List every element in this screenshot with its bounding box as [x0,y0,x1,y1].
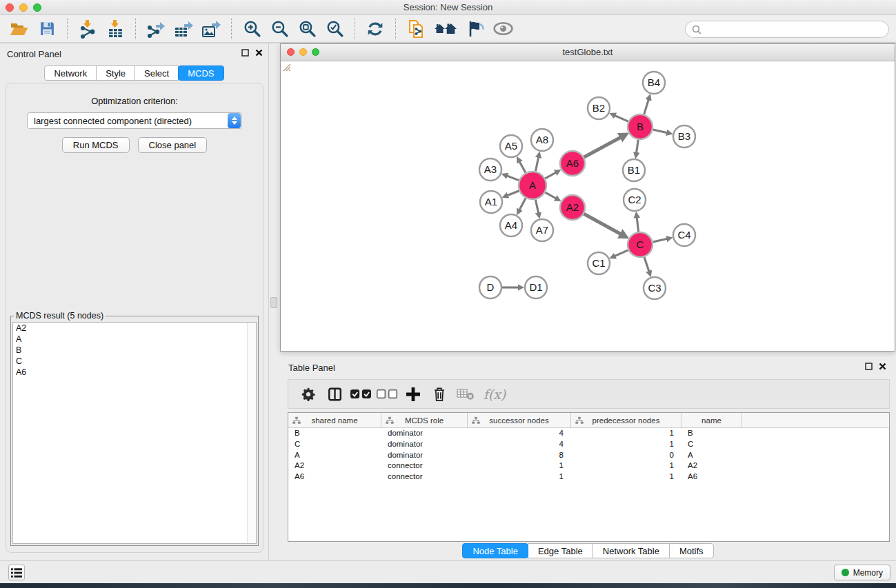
graph-edge-A-A4[interactable] [519,199,526,211]
graph-node-D1[interactable]: D1 [525,276,547,298]
graph-node-A7[interactable]: A7 [531,219,553,241]
cell-name[interactable]: A [681,450,742,461]
network-window-titlebar[interactable]: testGlobe.txt [281,44,895,61]
graph-edge-C-C4[interactable] [653,239,668,242]
add-row-button[interactable] [400,382,426,407]
column-header-name[interactable]: name [681,413,742,428]
mcds-result-list[interactable]: A2ABCA6 [12,322,257,544]
graph-edge-B-B2[interactable] [615,115,628,121]
export-network-button[interactable] [143,17,168,41]
panel-splitter[interactable] [269,43,280,560]
column-header-shared-name[interactable]: shared name [288,413,381,428]
graph-edge-C-C1[interactable] [615,250,628,256]
tab-mcds[interactable]: MCDS [178,65,223,81]
export-table-button[interactable] [171,17,196,41]
cell-successor-nodes[interactable]: 4 [468,439,571,450]
cell-name[interactable]: C [681,439,742,450]
table-row[interactable]: A2connector11A2 [288,460,889,472]
cell-shared-name[interactable]: A [288,450,381,461]
close-panel-button[interactable]: Close panel [138,137,208,153]
tab-select[interactable]: Select [135,65,179,81]
graph-edge-A-A7[interactable] [535,200,538,214]
cell-predecessor-nodes[interactable]: 1 [571,472,681,483]
graph-edge-A-A5[interactable] [519,161,526,173]
cell-name[interactable]: B [681,428,742,439]
float-panel-icon[interactable] [865,363,873,370]
import-table-button[interactable] [103,17,128,41]
zoom-selected-button[interactable] [322,17,347,41]
zoom-fit-button[interactable] [295,17,319,41]
graph-edge-B-B4[interactable] [644,99,649,114]
float-panel-icon[interactable] [241,49,249,57]
close-panel-icon[interactable] [255,49,263,57]
graph-edge-B-B3[interactable] [653,130,668,133]
clone-network-button[interactable] [404,17,428,41]
cell-successor-nodes[interactable]: 1 [468,472,571,483]
table-row[interactable]: Bdominator41B [288,428,889,439]
apply-layout-button[interactable] [363,17,388,41]
function-builder-button[interactable]: f(x) [479,382,510,407]
delete-table-button[interactable] [452,382,479,407]
graph-node-A4[interactable]: A4 [500,214,522,236]
mcds-result-item[interactable]: B [13,345,256,356]
graph-node-A3[interactable]: A3 [479,159,501,181]
graph-node-B3[interactable]: B3 [673,125,695,148]
task-history-button[interactable] [8,565,25,580]
open-session-button[interactable] [7,17,32,41]
tab-network[interactable]: Network [44,65,97,81]
search-box[interactable] [685,21,889,38]
graph-edge-A-A8[interactable] [535,157,538,172]
show-panels-button[interactable] [490,17,515,41]
graph-node-C3[interactable]: C3 [644,277,666,299]
tab-edge-table[interactable]: Edge Table [528,543,593,558]
graph-node-A8[interactable]: A8 [531,129,553,151]
select-all-button[interactable] [348,382,374,407]
cell-predecessor-nodes[interactable]: 1 [571,439,681,450]
graph-edge-B-B1[interactable] [637,140,639,154]
cell-shared-name[interactable]: A2 [288,460,381,472]
graph-node-B1[interactable]: B1 [623,159,645,181]
cell-mcds-role[interactable]: connector [381,472,468,483]
graph-edge-C-C2[interactable] [637,217,639,232]
cell-predecessor-nodes[interactable]: 1 [571,460,681,472]
graph-edge-C-C3[interactable] [644,257,649,272]
cell-successor-nodes[interactable]: 4 [468,428,571,439]
graph-node-C1[interactable]: C1 [588,252,610,274]
cell-mcds-role[interactable]: dominator [381,428,468,439]
delete-row-button[interactable] [426,382,452,407]
column-header-mcds-role[interactable]: MCDS role [381,413,468,428]
graph-node-B[interactable]: B [628,114,653,139]
run-mcds-button[interactable]: Run MCDS [62,137,130,153]
network-canvas[interactable]: B4B2BB3A8A5A6A3B1AC2A1A2A4A7C4CC1C3DD1 [281,61,895,351]
column-header-successor-nodes[interactable]: successor nodes [468,413,571,428]
cell-successor-nodes[interactable]: 8 [468,450,571,461]
memory-button[interactable]: Memory [834,565,890,580]
graph-edge-A-A2[interactable] [545,192,556,199]
graph-edge-A-A3[interactable] [506,176,519,181]
graph-node-C2[interactable]: C2 [624,189,646,211]
node-table[interactable]: shared nameMCDS rolesuccessor nodesprede… [288,412,890,542]
graph-edge-A2-C[interactable] [584,214,621,234]
cell-name[interactable]: A6 [681,472,742,483]
graph-edge-A-A1[interactable] [507,191,519,196]
cell-shared-name[interactable]: C [288,439,381,450]
hide-panels-button[interactable] [463,17,488,41]
table-row[interactable]: A6connector11A6 [288,472,889,483]
cell-predecessor-nodes[interactable]: 1 [571,428,681,439]
zoom-in-button[interactable] [239,17,264,41]
result-list-scrollbar[interactable] [247,323,256,543]
mcds-result-item[interactable]: A [13,334,256,345]
graph-node-A5[interactable]: A5 [500,135,522,157]
export-image-button[interactable] [199,17,223,41]
unselect-all-button[interactable] [374,382,400,407]
mcds-result-item[interactable]: A6 [13,367,256,378]
save-session-button[interactable] [34,17,59,41]
table-row[interactable]: Adominator80A [288,450,889,461]
cell-successor-nodes[interactable]: 1 [468,460,571,472]
optimization-criterion-dropdown[interactable]: largest connected component (directed) [27,112,242,129]
cell-mcds-role[interactable]: dominator [381,450,468,461]
splitter-grip[interactable] [270,297,277,308]
graph-node-B2[interactable]: B2 [588,97,610,119]
graph-node-A[interactable]: A [519,172,546,199]
mcds-result-item[interactable]: A2 [13,323,256,334]
